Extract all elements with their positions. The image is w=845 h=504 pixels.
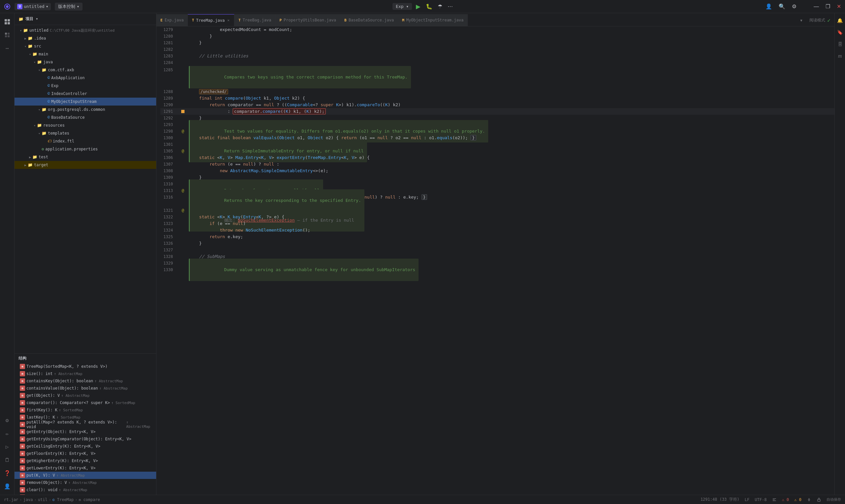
status-indent[interactable] xyxy=(772,497,777,502)
struct-item-16[interactable]: m put(K, V): V ↑ AbstractMap xyxy=(15,472,156,479)
tab-baseds[interactable]: B BaseDataSource.java xyxy=(340,14,398,26)
sidebar-profile-button[interactable]: 👤 xyxy=(1,480,13,492)
structure-header[interactable]: 结构 xyxy=(15,354,156,363)
tree-item-exp[interactable]: ▶ © Exp xyxy=(15,82,156,90)
gutter-1306 xyxy=(177,155,189,161)
struct-item-12[interactable]: m getCeilingEntry(K): Entry<K, V> xyxy=(15,443,156,450)
status-lf[interactable]: LF xyxy=(745,498,749,502)
sidebar-log-button[interactable]: 🗒 xyxy=(1,454,13,466)
code-content[interactable]: 1279 expectedModCount = modCount; 1280 }… xyxy=(156,26,834,495)
tree-item-test[interactable]: ▶ 📁 test xyxy=(15,153,156,161)
status-git[interactable] xyxy=(807,497,811,502)
tree-item-indexftl[interactable]: ▶ 🏷 index.ftl xyxy=(15,137,156,145)
project-button[interactable]: U untitled ▾ xyxy=(15,3,51,10)
tree-item-org-pg[interactable]: ▾ 📁 org.postgresql.ds.common xyxy=(15,106,156,113)
code-line-1321-pre: 1321 @ Returns the key corresponding to … xyxy=(160,207,834,214)
minimize-button[interactable]: — xyxy=(812,2,820,11)
struct-item-13[interactable]: m getFloorEntry(K): Entry<K, V> xyxy=(15,450,156,457)
line-content-1308: new AbstractMap.SimpleImmutableEntry<>(e… xyxy=(189,167,329,174)
breadcrumb-rtjar[interactable]: rt.jar xyxy=(4,498,18,502)
sidebar-item-project[interactable] xyxy=(1,16,13,28)
settings-button[interactable]: ⚙ xyxy=(791,2,798,11)
struct-item-1[interactable]: m TreeMap(SortedMap<K, ? extends V>) xyxy=(15,363,156,370)
struct-item-14[interactable]: m getHigherEntry(K): Entry<K, V> xyxy=(15,457,156,464)
struct-item-7[interactable]: m firstKey(): K ↑ SortedMap xyxy=(15,407,156,414)
tree-item-main[interactable]: ▾ 📁 main xyxy=(15,50,156,58)
tree-item-appprops[interactable]: ▶ ⚙ application.properties xyxy=(15,145,156,153)
right-icon-maven[interactable]: m xyxy=(835,52,845,61)
struct-item-17[interactable]: m remove(Object): V ↑ AbstractMap xyxy=(15,479,156,486)
tab-treemap[interactable]: T TreeMap.java ✕ xyxy=(188,14,234,26)
struct-item-10[interactable]: m getEntry(Object): Entry<K, V> xyxy=(15,428,156,435)
tree-item-target[interactable]: ▶ 📁 target xyxy=(15,161,156,169)
tree-item-java[interactable]: ▾ 📁 java xyxy=(15,58,156,66)
tab-myobj[interactable]: M MyObjectInputStream.java xyxy=(398,14,468,26)
status-readonly[interactable] xyxy=(816,497,821,502)
tree-item-templates[interactable]: ▾ 📁 templates xyxy=(15,129,156,137)
myobj-icon: © xyxy=(48,99,50,104)
right-icon-bookmark[interactable]: 🔖 xyxy=(835,28,845,37)
right-icon-notification[interactable]: 🔔 xyxy=(835,16,845,25)
gutter-1290 xyxy=(177,102,189,108)
search-button[interactable]: 🔍 xyxy=(777,2,787,11)
tab-exp[interactable]: E Exp.java xyxy=(156,14,188,26)
struct-item-3[interactable]: m containsKey(Object): boolean ↑ Abstrac… xyxy=(15,377,156,384)
tree-item-axbapp[interactable]: ▶ © AxbApplication xyxy=(15,74,156,82)
tree-item-indexcontroller[interactable]: ▶ © IndexController xyxy=(15,90,156,97)
close-button[interactable]: ✕ xyxy=(835,2,842,11)
tree-item-idea[interactable]: ▶ 📁 .idea xyxy=(15,34,156,42)
tab-more-button[interactable]: ▾ xyxy=(797,14,806,26)
struct-item-5[interactable]: m get(Object): V ↑ AbstractMap xyxy=(15,392,156,399)
line-num-1307: 1307 xyxy=(160,161,177,167)
struct-icon-7: m xyxy=(20,407,25,413)
tree-item-root[interactable]: ▾ 📁 untitled C:\CTF\00 Java题目环境\untitled xyxy=(15,26,156,34)
tree-item-com-ctf-axb[interactable]: ▾ 📁 com.ctf.axb xyxy=(15,66,156,74)
sidebar-help-button[interactable]: ❓ xyxy=(1,467,13,479)
restore-button[interactable]: ❐ xyxy=(824,2,831,11)
struct-item-11[interactable]: m getEntryUsingComparator(Object): Entry… xyxy=(15,435,156,443)
status-autosave[interactable]: 自动保存 xyxy=(827,497,841,502)
sidebar-run-button[interactable]: ▷ xyxy=(1,441,13,452)
root-arrow: ▾ xyxy=(18,29,23,32)
sidebar-item-structure[interactable] xyxy=(1,29,13,41)
struct-parent-16: ↑ AbstractMap xyxy=(56,473,85,478)
target-arrow: ▶ xyxy=(23,163,28,167)
breadcrumb-java[interactable]: java xyxy=(23,498,33,502)
struct-item-15[interactable]: m getLowerEntry(K): Entry<K, V> xyxy=(15,464,156,472)
status-warnings[interactable]: ⚠ 0 xyxy=(794,498,802,502)
status-encoding[interactable]: UTF-8 xyxy=(755,498,767,502)
struct-item-6[interactable]: m comparator(): Comparator<? super K> ↑ … xyxy=(15,399,156,407)
run-button[interactable]: ▶ xyxy=(415,2,422,12)
tree-item-src[interactable]: ▾ 📁 src xyxy=(15,42,156,50)
tree-item-myobject[interactable]: ▶ © MyObjectInputStream xyxy=(15,97,156,106)
breadcrumb-compare[interactable]: m compare xyxy=(79,498,100,502)
gutter-1292 xyxy=(177,115,189,121)
version-control-button[interactable]: 版本控制 ▾ xyxy=(55,3,83,11)
more-run-button[interactable]: ⋯ xyxy=(446,2,454,11)
profile-button[interactable]: 👤 xyxy=(764,2,773,11)
status-position[interactable]: 1291:48 (33 字符) xyxy=(700,497,739,502)
line-num-1308: 1308 xyxy=(160,167,177,174)
status-errors[interactable]: ⚠ 0 xyxy=(782,498,789,502)
breadcrumb-treemap[interactable]: © TreeMap xyxy=(52,498,74,502)
tree-item-baseds[interactable]: ▶ © BaseDataSource xyxy=(15,113,156,121)
tab-myobj-label: MyObjectInputStream.java xyxy=(406,18,463,22)
struct-item-9[interactable]: m putAll(Map<? extends K, ? extends V>):… xyxy=(15,421,156,428)
tree-item-resources[interactable]: ▾ 📁 resources xyxy=(15,121,156,129)
coverage-button[interactable]: ☂ xyxy=(436,2,444,11)
sidebar-settings-button[interactable]: ⚙ xyxy=(1,414,13,426)
sidebar-edit-button[interactable]: ✏ xyxy=(1,428,13,439)
breadcrumb-util[interactable]: util xyxy=(38,498,48,502)
struct-item-18[interactable]: m clear(): void ↑ AbstractMap xyxy=(15,486,156,493)
gutter-javadoc1 xyxy=(177,66,189,67)
reader-mode-button[interactable]: 阅读模式 ✓ xyxy=(805,14,834,26)
sidebar-item-more[interactable]: ⋯ xyxy=(1,42,13,54)
debug-button[interactable]: 🐛 xyxy=(424,2,434,11)
tab-propertyutils[interactable]: P PropertyUtilsBean.java xyxy=(276,14,341,26)
tab-treemap-close[interactable]: ✕ xyxy=(227,18,230,23)
right-icon-database[interactable]: 🗄 xyxy=(835,40,845,49)
tab-treebag[interactable]: T TreeBag.java xyxy=(234,14,275,26)
run-config-button[interactable]: Exp ▾ xyxy=(392,3,412,10)
struct-item-4[interactable]: m containsValue(Object): boolean ↑ Abstr… xyxy=(15,384,156,392)
struct-item-2[interactable]: m size(): int ↑ AbstractMap xyxy=(15,370,156,377)
